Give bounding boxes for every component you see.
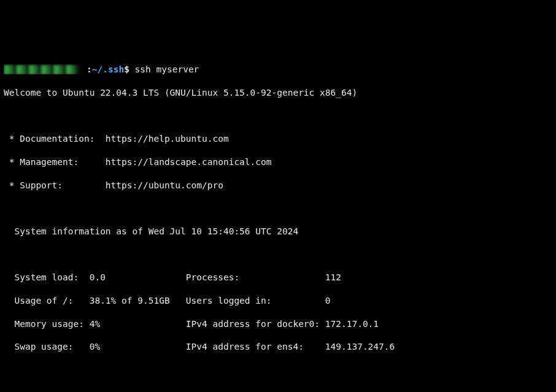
blank <box>4 202 552 214</box>
local-user-host-obscured <box>4 64 87 74</box>
sysinfo-row: Usage of /: 38.1% of 9.51GB Users logged… <box>4 295 552 307</box>
blank <box>4 249 552 261</box>
terminal-output[interactable]: :~/.ssh$ ssh myserver Welcome to Ubuntu … <box>4 52 552 392</box>
motd-support: * Support: https://ubuntu.com/pro <box>4 180 552 191</box>
sysinfo-row: System load: 0.0 Processes: 112 <box>4 272 552 283</box>
motd-management: * Management: https://landscape.canonica… <box>4 156 552 168</box>
sysinfo-header: System information as of Wed Jul 10 15:4… <box>4 226 552 237</box>
prompt-line-1: :~/.ssh$ ssh myserver <box>4 64 552 75</box>
sysinfo-row: Swap usage: 0% IPv4 address for ens4: 14… <box>4 341 552 353</box>
prompt-path: ~/.ssh <box>92 64 124 74</box>
typed-command: ssh myserver <box>129 64 199 74</box>
prompt-dollar: $ <box>124 64 129 74</box>
prompt-colon: : <box>87 64 92 74</box>
motd-welcome: Welcome to Ubuntu 22.04.3 LTS (GNU/Linux… <box>4 87 552 99</box>
blank <box>4 110 552 122</box>
sysinfo-row: Memory usage: 4% IPv4 address for docker… <box>4 318 552 330</box>
blank <box>4 364 552 376</box>
motd-doc: * Documentation: https://help.ubuntu.com <box>4 133 552 145</box>
blank <box>4 388 552 392</box>
